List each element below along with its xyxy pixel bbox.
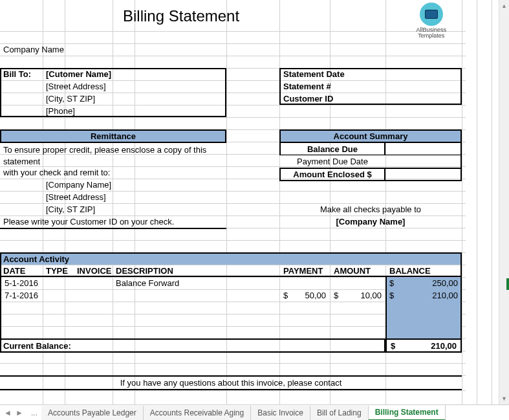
bill-to-city[interactable]: [City, ST ZIP] bbox=[44, 93, 97, 105]
spreadsheet-area: Billing Statement AllBusiness Templates … bbox=[0, 0, 509, 404]
tab-overflow[interactable]: ... bbox=[27, 408, 41, 417]
chevron-right-icon: ► bbox=[16, 408, 23, 417]
row0-date[interactable]: 5-1-2016 bbox=[0, 277, 43, 289]
row1-pay-sym: $ bbox=[283, 291, 288, 300]
row0-desc[interactable]: Balance Forward bbox=[114, 277, 181, 289]
customer-id-label: Customer ID bbox=[281, 93, 335, 105]
bill-to-label: Bill To: bbox=[1, 68, 33, 80]
bill-to-street[interactable]: [Street Address] bbox=[44, 80, 108, 93]
payable-company[interactable]: [Company Name] bbox=[279, 216, 462, 228]
company-name-label[interactable]: Company Name bbox=[1, 43, 66, 56]
remit-company[interactable]: [Company Name] bbox=[44, 179, 113, 191]
logo-text-2: Templates bbox=[416, 33, 446, 39]
vertical-scrollbar[interactable] bbox=[499, 0, 509, 404]
col-payment: PAYMENT bbox=[281, 265, 325, 277]
current-val: 210,00 bbox=[431, 341, 457, 351]
amount-enclosed-label: Amount Enclosed $ bbox=[279, 168, 385, 181]
tab-billing-statement[interactable]: Billing Statement bbox=[369, 405, 446, 421]
tab-accounts-payable[interactable]: Accounts Payable Ledger bbox=[41, 406, 144, 420]
current-sym: $ bbox=[391, 341, 395, 351]
statement-date-label: Statement Date bbox=[281, 68, 347, 80]
payment-due-label: Payment Due Date bbox=[279, 155, 385, 168]
current-balance-cell: $ 210,00 bbox=[385, 338, 462, 353]
col-type: TYPE bbox=[44, 265, 70, 277]
account-activity-header: Account Activity bbox=[0, 252, 462, 265]
current-balance-label: Current Balance: bbox=[0, 338, 385, 353]
page-title: Billing Statement bbox=[123, 7, 239, 25]
row1-amt-sym: $ bbox=[334, 291, 338, 300]
col-desc: DESCRIPTION bbox=[114, 265, 175, 277]
chevron-left-icon: ◄ bbox=[4, 408, 12, 417]
logo: AllBusiness Templates bbox=[416, 3, 446, 39]
tab-accounts-receivable[interactable]: Accounts Receivable Aging bbox=[144, 406, 251, 420]
col-balance: BALANCE bbox=[387, 265, 433, 277]
remit-street[interactable]: [Street Address] bbox=[44, 191, 108, 203]
bill-to-phone[interactable]: [Phone] bbox=[44, 105, 77, 117]
remit-city[interactable]: [City, ST ZIP] bbox=[44, 203, 97, 216]
tab-bill-of-lading[interactable]: Bill of Lading bbox=[310, 406, 369, 420]
row1-amount-cell[interactable]: $ 10,00 bbox=[330, 289, 385, 302]
laptop-icon bbox=[425, 10, 438, 19]
sheet-tabs: ◄► ... Accounts Payable Ledger Accounts … bbox=[0, 404, 509, 420]
account-summary-header: Account Summary bbox=[279, 129, 462, 143]
title-row: Billing Statement AllBusiness Templates bbox=[0, 4, 466, 28]
row1-payment-cell[interactable]: $ 50,00 bbox=[279, 289, 330, 302]
remittance-line3: Please write your Customer ID on your ch… bbox=[1, 216, 176, 228]
tab-basic-invoice[interactable]: Basic Invoice bbox=[251, 406, 310, 420]
row1-payment: 50,00 bbox=[305, 291, 326, 300]
row1-date[interactable]: 7-1-2016 bbox=[0, 289, 43, 302]
remittance-header: Remittance bbox=[0, 129, 226, 143]
row1-amount: 10,00 bbox=[360, 291, 382, 300]
tab-nav-arrows[interactable]: ◄► bbox=[0, 408, 27, 417]
selection-indicator bbox=[506, 278, 509, 290]
remittance-line2: with your check and remit to: bbox=[1, 166, 112, 179]
payable-label: Make all checks payable to bbox=[279, 203, 462, 216]
bill-to-customer[interactable]: [Cutomer Name] bbox=[44, 68, 113, 80]
remittance-line1: To ensure proper credit, please ensclose… bbox=[1, 143, 225, 168]
statement-num-label: Statement # bbox=[281, 80, 333, 93]
col-date: DATE bbox=[1, 265, 27, 277]
col-amount: AMOUNT bbox=[332, 265, 373, 277]
col-invoice: INVOICE bbox=[75, 265, 113, 277]
